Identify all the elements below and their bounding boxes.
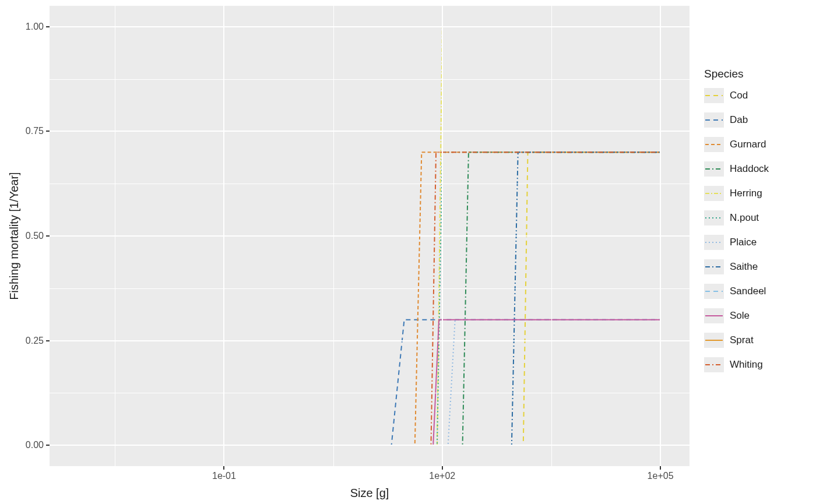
legend-item: Cod	[704, 87, 769, 104]
y-axis-label: Fishing mortality [1/Year]	[8, 172, 21, 299]
y-tick-label: 0.25	[26, 336, 50, 346]
series-line	[79, 152, 660, 445]
legend-label: Sprat	[730, 334, 754, 346]
legend-items: CodDabGurnardHaddockHerringN.poutPlaiceS…	[704, 87, 769, 373]
legend-key	[704, 112, 724, 128]
legend-item: Sole	[704, 308, 769, 324]
series-line	[79, 152, 660, 445]
legend-key	[704, 259, 724, 274]
x-tick-label: 1e+05	[648, 466, 674, 481]
legend-label: Saithe	[730, 261, 758, 273]
legend-key	[704, 210, 724, 225]
series-line	[79, 152, 660, 445]
x-axis-label: Size [g]	[350, 487, 389, 500]
legend-item: Plaice	[704, 234, 769, 251]
legend-key	[704, 333, 724, 348]
series-line	[79, 320, 660, 445]
series-line	[79, 320, 660, 445]
series-line	[79, 152, 660, 445]
legend-key	[704, 284, 724, 299]
legend-key	[704, 88, 724, 103]
legend-label: Sandeel	[730, 286, 766, 297]
legend-item: Sprat	[704, 332, 769, 348]
legend-item: Herring	[704, 185, 769, 202]
plot-panel: 0.000.250.500.751.001e-011e+021e+05	[50, 6, 690, 466]
legend-label: Haddock	[730, 163, 769, 175]
legend-key	[704, 308, 724, 323]
legend-label: Dab	[730, 114, 748, 126]
legend-label: Herring	[730, 188, 762, 199]
legend-title: Species	[704, 68, 769, 80]
legend-label: Gurnard	[730, 139, 766, 150]
legend-item: Sandeel	[704, 283, 769, 299]
legend-label: N.pout	[730, 212, 759, 224]
legend-label: Cod	[730, 90, 748, 101]
legend-item: Dab	[704, 112, 769, 128]
series-line	[79, 152, 660, 445]
legend-label: Sole	[730, 310, 750, 322]
legend-label: Whiting	[730, 359, 763, 371]
series-line	[79, 320, 660, 445]
legend-item: Saithe	[704, 259, 769, 275]
legend-key	[704, 235, 724, 250]
legend-item: Gurnard	[704, 136, 769, 153]
legend-item: N.pout	[704, 210, 769, 226]
legend-key	[704, 137, 724, 152]
y-tick-label: 0.50	[26, 231, 50, 241]
legend: Species CodDabGurnardHaddockHerringN.pou…	[704, 68, 769, 373]
legend-key	[704, 357, 724, 372]
series-line	[79, 152, 660, 445]
y-tick-label: 0.00	[26, 440, 50, 450]
legend-key	[704, 161, 724, 177]
chart-figure: 0.000.250.500.751.001e-011e+021e+05 Size…	[0, 0, 816, 504]
y-tick-label: 0.75	[26, 126, 50, 136]
legend-item: Haddock	[704, 161, 769, 177]
legend-key	[704, 186, 724, 201]
x-tick-label: 1e+02	[429, 466, 455, 481]
y-tick-label: 1.00	[26, 22, 50, 32]
legend-label: Plaice	[730, 237, 757, 248]
x-tick-label: 1e-01	[212, 466, 236, 481]
legend-item: Whiting	[704, 357, 769, 373]
